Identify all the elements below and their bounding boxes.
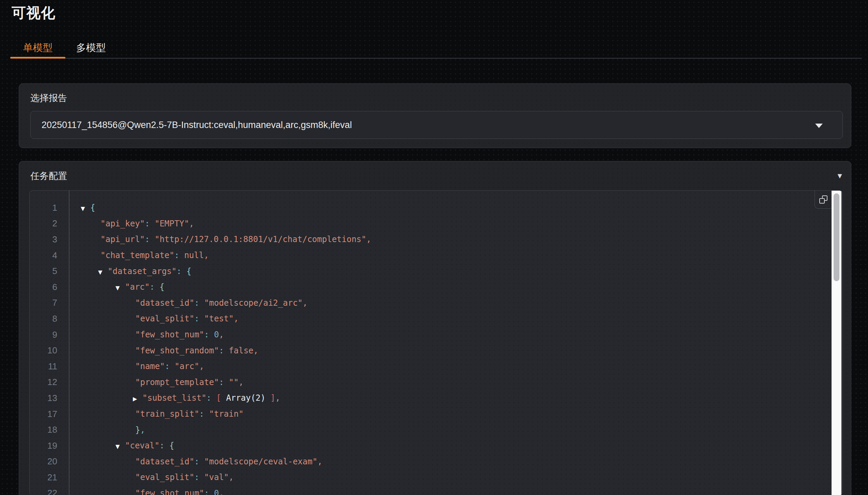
- json-line-code: "few_shot_num": 0,: [123, 489, 224, 495]
- json-line: 9"few_shot_num": 0,: [30, 327, 842, 343]
- json-line-code: },: [123, 425, 145, 435]
- json-line-code: "api_url": "http://127.0.0.1:8801/v1/cha…: [89, 235, 371, 244]
- scrollbar-track[interactable]: [832, 191, 841, 495]
- json-line-code: "api_key": "EMPTY",: [89, 219, 194, 228]
- line-number: 13: [30, 393, 69, 403]
- task-config-panel: 任务配置 ▼ 1▼{2"api_key": "EMPTY",3"api_url"…: [19, 161, 851, 495]
- json-line-code: "dataset_id": "modelscope/ceval-exam",: [123, 457, 322, 466]
- json-line-code: ▶"subset_list": [ Array(2) ],: [121, 393, 280, 403]
- copy-button[interactable]: [815, 191, 832, 209]
- task-config-label: 任务配置: [30, 170, 67, 182]
- tabs-divider: [10, 58, 862, 59]
- scrollbar-thumb[interactable]: [834, 193, 839, 281]
- report-select[interactable]: 20250117_154856@Qwen2.5-7B-Instruct:ceva…: [30, 111, 843, 139]
- json-line-code: "train_split": "train": [123, 409, 244, 419]
- line-number: 22: [30, 488, 69, 495]
- json-line-code: "name": "arc",: [123, 362, 204, 371]
- json-line: 22"few_shot_num": 0,: [30, 485, 842, 495]
- json-line-code: "eval_split": "val",: [123, 473, 234, 482]
- gutter-divider: [69, 191, 69, 495]
- task-config-header[interactable]: 任务配置 ▼: [19, 161, 851, 190]
- line-number: 18: [30, 425, 69, 435]
- json-line-code: "chat_template": null,: [89, 251, 209, 260]
- line-number: 8: [30, 314, 69, 324]
- collapse-toggle-icon[interactable]: ▼: [81, 205, 90, 212]
- line-number: 20: [30, 456, 69, 467]
- active-tab-underline: [10, 57, 65, 59]
- line-number: 21: [30, 472, 69, 483]
- line-number: 12: [30, 377, 69, 387]
- json-line-code: ▼{: [69, 203, 95, 212]
- json-line-code: "eval_split": "test",: [123, 314, 238, 323]
- json-line: 17"train_split": "train": [30, 406, 842, 422]
- json-line: 11"name": "arc",: [30, 358, 842, 374]
- json-line: 3"api_url": "http://127.0.0.1:8801/v1/ch…: [30, 231, 842, 248]
- json-line: 7"dataset_id": "modelscope/ai2_arc",: [30, 295, 842, 311]
- json-line: 10"few_shot_random": false,: [30, 342, 842, 358]
- chevron-down-icon: [815, 124, 823, 128]
- json-line: 6▼"arc": {: [30, 279, 842, 295]
- report-select-value: 20250117_154856@Qwen2.5-7B-Instruct:ceva…: [31, 120, 352, 130]
- collapse-toggle-icon[interactable]: ▼: [115, 285, 125, 291]
- collapse-toggle-icon[interactable]: ▼: [115, 443, 125, 450]
- json-line: 21"eval_split": "val",: [30, 469, 842, 485]
- copy-icon: [819, 195, 827, 204]
- json-line: 18},: [30, 422, 842, 438]
- line-number: 10: [30, 345, 69, 356]
- json-line: 5▼"dataset_args": {: [30, 263, 842, 279]
- line-number: 17: [30, 409, 69, 419]
- json-line: 19▼"ceval": {: [30, 438, 842, 454]
- line-number: 2: [30, 218, 69, 229]
- line-number: 11: [30, 361, 69, 372]
- json-line-code: "dataset_id": "modelscope/ai2_arc",: [123, 298, 308, 308]
- json-line: 2"api_key": "EMPTY",: [30, 216, 842, 232]
- tab-multi-model[interactable]: 多模型: [65, 39, 117, 57]
- json-line: 13▶"subset_list": [ Array(2) ],: [30, 390, 842, 406]
- line-number: 19: [30, 441, 69, 451]
- json-line: 12"prompt_template": "",: [30, 374, 842, 390]
- json-viewer: 1▼{2"api_key": "EMPTY",3"api_url": "http…: [29, 190, 843, 495]
- collapse-toggle-icon[interactable]: ▼: [98, 269, 108, 275]
- line-number: 5: [30, 266, 69, 276]
- page-title: 可视化: [12, 3, 56, 22]
- tab-single-model[interactable]: 单模型: [10, 39, 65, 57]
- line-number: 4: [30, 250, 69, 261]
- json-line-code: ▼"dataset_args": {: [86, 267, 191, 276]
- report-panel-label: 选择报告: [30, 92, 67, 104]
- line-number: 6: [30, 282, 69, 292]
- json-line-code: "few_shot_random": false,: [123, 346, 258, 355]
- line-number: 7: [30, 298, 69, 308]
- json-line: 4"chat_template": null,: [30, 248, 842, 264]
- json-line: 1▼{: [30, 200, 842, 216]
- json-line-code: ▼"arc": {: [104, 282, 165, 292]
- line-number: 9: [30, 330, 69, 340]
- json-lines: 1▼{2"api_key": "EMPTY",3"api_url": "http…: [30, 191, 842, 495]
- json-line-code: "few_shot_num": 0,: [123, 330, 224, 339]
- report-panel: 选择报告 20250117_154856@Qwen2.5-7B-Instruct…: [19, 83, 851, 148]
- panel-collapse-icon[interactable]: ▼: [836, 172, 843, 180]
- line-number: 1: [30, 203, 69, 213]
- json-line: 20"dataset_id": "modelscope/ceval-exam",: [30, 454, 842, 470]
- line-number: 3: [30, 234, 69, 245]
- collapse-toggle-icon[interactable]: ▶: [133, 396, 142, 402]
- json-line-code: ▼"ceval": {: [104, 441, 174, 450]
- json-line-code: "prompt_template": "",: [123, 378, 244, 387]
- json-line: 8"eval_split": "test",: [30, 311, 842, 327]
